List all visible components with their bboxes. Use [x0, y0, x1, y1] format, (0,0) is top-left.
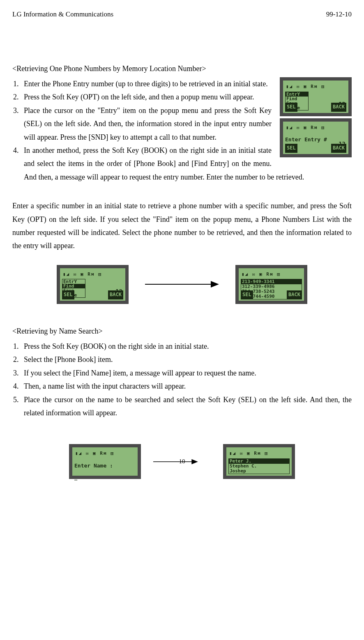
lcd-softkey-sel: SEL: [285, 144, 297, 153]
screens-row-2: ▮◢ ✉ ▣ Rм ▥ Enter Name : _ 10 ▮◢ ✉ ▣ Rм …: [12, 444, 352, 479]
lcd-enter-entry-text: Enter Entry #: [285, 131, 346, 144]
step2-3: If you select the [Find Name] item, a me…: [21, 366, 352, 380]
lcd-softkey-back: BACK: [287, 290, 302, 299]
lcd-screen-enter-name: ▮◢ ✉ ▣ Rм ▥ Enter Name : _: [69, 444, 141, 479]
lcd-softkey-back: BACK: [331, 103, 346, 112]
name-list-item: Joshep: [229, 469, 289, 474]
screens-row-1: ▮◢ ✉ ▣ Rм ▥ EntrY Find Save Pause 12 SEL…: [12, 265, 352, 304]
lcd-softkey-back: BACK: [108, 290, 123, 299]
lcd-status-icons: ▮◢ ✉ ▣ Rм ▥: [241, 270, 302, 279]
section-1-title: <Retrieving One Phone Numbers by Memory …: [12, 62, 352, 75]
step2-4: Then, a name list with the input charact…: [21, 380, 352, 393]
step2-2: Select the [Phone Book] item.: [21, 353, 352, 366]
lcd-softkey-sel: SEL: [285, 103, 297, 112]
page-number: 10: [179, 456, 185, 467]
lcd-screen-enter-entry: ▮◢ ✉ ▣ Rм ▥ Enter Entry # 12 SEL BACK: [280, 118, 352, 157]
step2-5: Place the cursor on the name to be searc…: [21, 393, 352, 420]
lcd-softkey-back: BACK: [331, 144, 346, 153]
lcd-cursor: _: [74, 471, 136, 482]
svg-marker-3: [191, 459, 198, 464]
section-2: <Retrieving by Name Search> Press the So…: [12, 325, 352, 479]
section-2-steps: Press the Soft Key (BOOK) on the right s…: [21, 340, 352, 419]
lcd-screen-name-list: ▮◢ ✉ ▣ Rм ▥ Peter J. Stephen C. Joshep: [223, 444, 295, 479]
header-right: 99-12-10: [326, 8, 352, 21]
lcd-status-icons: ▮◢ ✉ ▣ Rм ▥: [228, 449, 290, 458]
page-header: LG Information & Communications 99-12-10: [12, 8, 352, 21]
section-1-paragraph: Enter a specific number in an initial st…: [12, 199, 352, 253]
section-2-title: <Retrieving by Name Search>: [12, 325, 352, 338]
lcd-name-list: Peter J. Stephen C. Joshep: [228, 458, 290, 474]
lcd-screen-find-menu: ▮◢ ✉ ▣ Rм ▥ EntrY Find Save Pause 12 SEL…: [57, 265, 129, 304]
lcd-softkey-sel: SEL: [241, 290, 253, 299]
arrow-icon: [145, 280, 219, 288]
lcd-softkey-sel: SEL: [62, 290, 74, 299]
header-left: LG Information & Communications: [12, 8, 113, 21]
lcd-status-icons: ▮◢ ✉ ▣ Rм ▥: [285, 124, 346, 132]
lcd-enter-name-text: Enter Name :: [74, 458, 136, 470]
lcd-screen-popup-menu: ▮◢ ✉ ▣ Rм ▥ EntrY Find Save Pause 12 SEL…: [280, 77, 352, 116]
svg-marker-1: [211, 281, 219, 288]
step2-1: Press the Soft Key (BOOK) on the right s…: [21, 340, 352, 353]
section-1: <Retrieving One Phone Numbers by Memory …: [12, 62, 352, 304]
lcd-screen-phone-list: ▮◢ ✉ ▣ Rм ▥ 213-949-3341 312-339-4986 71…: [235, 265, 307, 304]
lcd-status-icons: ▮◢ ✉ ▣ Rм ▥: [62, 270, 123, 279]
lcd-status-icons: ▮◢ ✉ ▣ Rм ▥: [74, 449, 136, 458]
lcd-status-icons: ▮◢ ✉ ▣ Rм ▥: [285, 83, 346, 91]
